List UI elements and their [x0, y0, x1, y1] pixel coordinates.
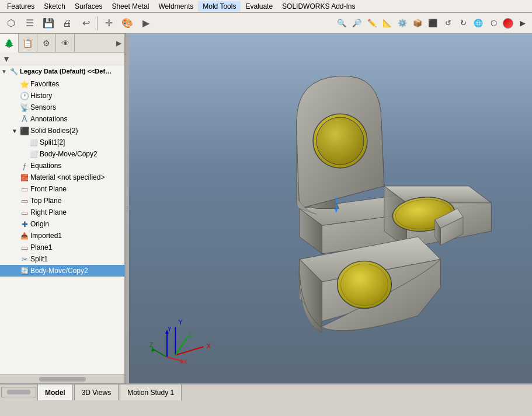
- panel-tabs: 🌲 📋 ⚙ 👁 ▶: [0, 34, 124, 53]
- bottom-bar: Model 3D Views Motion Study 1: [0, 383, 532, 400]
- rotate-right-icon[interactable]: ↻: [456, 16, 470, 30]
- tree-item-body-move-copy2[interactable]: 🔄 Body-Move/Copy2: [0, 265, 124, 277]
- viewport[interactable]: Y X Z Y X Z: [129, 34, 532, 383]
- tab-property[interactable]: 📋: [19, 34, 37, 53]
- menu-evaluate[interactable]: Evaluate: [241, 1, 277, 12]
- tab-model[interactable]: Model: [37, 384, 73, 400]
- tree-item-right-plane[interactable]: ▭ Right Plane: [0, 207, 124, 218]
- filter-icon[interactable]: ▼: [2, 54, 11, 64]
- svg-text:Y: Y: [178, 319, 183, 326]
- tab-feature-tree[interactable]: 🌲: [0, 34, 19, 53]
- search-icon[interactable]: 🔍: [335, 16, 349, 30]
- svg-point-12: [317, 117, 364, 165]
- globe-icon[interactable]: 🌐: [471, 16, 485, 30]
- expand-arrow[interactable]: ▶: [516, 16, 530, 30]
- zoom-icon[interactable]: 🔎: [350, 16, 364, 30]
- tree-item-split1-feature[interactable]: ✂ Split1: [0, 253, 124, 265]
- color-sphere-red: [503, 18, 513, 29]
- rotate-left-icon[interactable]: ↺: [441, 16, 455, 30]
- tree-item-solid-bodies[interactable]: ▼ ⬛ Solid Bodies(2): [0, 125, 124, 137]
- menu-features[interactable]: Features: [2, 1, 39, 12]
- box-icon[interactable]: 📦: [411, 16, 425, 30]
- left-panel: 🌲 📋 ⚙ 👁 ▶ ▼ ▼ 🔧 Legacy Data (Default) <<…: [0, 34, 126, 383]
- model-svg: Y X Z: [129, 34, 532, 383]
- tree-item-imported1[interactable]: 📥 Imported1: [0, 230, 124, 242]
- svg-text:X: X: [183, 359, 187, 365]
- grid-icon[interactable]: ⬛: [426, 16, 440, 30]
- menu-sketch[interactable]: Sketch: [39, 1, 70, 12]
- tree-item-origin[interactable]: ✚ Origin: [0, 218, 124, 230]
- hex-icon[interactable]: ⬡: [486, 16, 500, 30]
- more-button[interactable]: ▶: [137, 15, 155, 32]
- measure-icon[interactable]: 📐: [380, 16, 394, 30]
- svg-text:X: X: [206, 342, 211, 349]
- tab-motion-study[interactable]: Motion Study 1: [120, 384, 182, 400]
- tree-item-plane1[interactable]: ▭ Plane1: [0, 242, 124, 253]
- tab-config[interactable]: ⚙: [37, 34, 56, 53]
- axes-indicator: Y X Z: [147, 325, 182, 360]
- main-layout: 🌲 📋 ⚙ 👁 ▶ ▼ ▼ 🔧 Legacy Data (Default) <<…: [0, 34, 532, 383]
- tree-item-annotations[interactable]: Ā Annotations: [0, 113, 124, 125]
- scroll-left[interactable]: [1, 387, 36, 397]
- tab-3d-views[interactable]: 3D Views: [74, 384, 119, 400]
- legacy-data-root[interactable]: ▼ 🔧 Legacy Data (Default) <<Default>_Dis…: [0, 65, 124, 77]
- print-button[interactable]: 🖨: [58, 15, 76, 32]
- tree-item-split1[interactable]: ⬜ Split1[2]: [0, 137, 124, 148]
- appearance-button[interactable]: 🎨: [119, 15, 136, 32]
- tree-item-top-plane[interactable]: ▭ Top Plane: [0, 195, 124, 207]
- svg-line-34: [167, 357, 183, 361]
- tab-display[interactable]: 👁: [56, 34, 75, 53]
- menubar: Features Sketch Surfaces Sheet Metal Wel…: [0, 0, 532, 13]
- tab-more[interactable]: ▶: [113, 34, 124, 53]
- tree-item-history[interactable]: 🕐 History: [0, 90, 124, 102]
- menu-solidworks-addins[interactable]: SOLIDWORKS Add-Ins: [277, 1, 360, 12]
- root-label: Legacy Data (Default) <<Default>_Displ: [20, 68, 113, 75]
- tree-item-material[interactable]: 🧱 Material <not specified>: [0, 172, 124, 183]
- svg-text:Y: Y: [168, 326, 172, 333]
- menu-mold-tools[interactable]: Mold Tools: [198, 1, 241, 12]
- svg-text:Z: Z: [188, 331, 192, 338]
- new-button[interactable]: ⬡: [2, 15, 20, 32]
- root-icon: 🔧: [8, 65, 20, 77]
- svg-line-37: [154, 349, 167, 357]
- svg-point-19: [340, 264, 388, 305]
- separator-1: [97, 16, 98, 30]
- undo-button[interactable]: ↩: [77, 15, 95, 32]
- triad-button[interactable]: ✛: [100, 15, 117, 32]
- tree-item-favorites[interactable]: ⭐ Favorites: [0, 78, 124, 90]
- filter-row: ▼: [0, 53, 124, 65]
- root-expand-icon: ▼: [1, 68, 8, 75]
- tree-item-front-plane[interactable]: ▭ Front Plane: [0, 183, 124, 195]
- menu-surfaces[interactable]: Surfaces: [70, 1, 107, 12]
- sketch-icon[interactable]: ✏️: [365, 16, 379, 30]
- save-button[interactable]: 💾: [40, 15, 57, 32]
- tree-item-body-move-copy2-child[interactable]: ⬜ Body-Move/Copy2: [0, 148, 124, 160]
- feature-tree: ⭐ Favorites 🕐 History 📡 Sensors Ā Annota…: [0, 77, 124, 374]
- tree-item-equations[interactable]: ƒ Equations: [0, 160, 124, 172]
- svg-text:Z: Z: [149, 342, 153, 348]
- menu-weldments[interactable]: Weldments: [154, 1, 198, 12]
- panel-scroll-bar[interactable]: [0, 374, 124, 383]
- open-button[interactable]: ☰: [21, 15, 39, 32]
- menu-sheet-metal[interactable]: Sheet Metal: [107, 1, 154, 12]
- settings-icon[interactable]: ⚙️: [395, 16, 409, 30]
- tree-item-sensors[interactable]: 📡 Sensors: [0, 102, 124, 113]
